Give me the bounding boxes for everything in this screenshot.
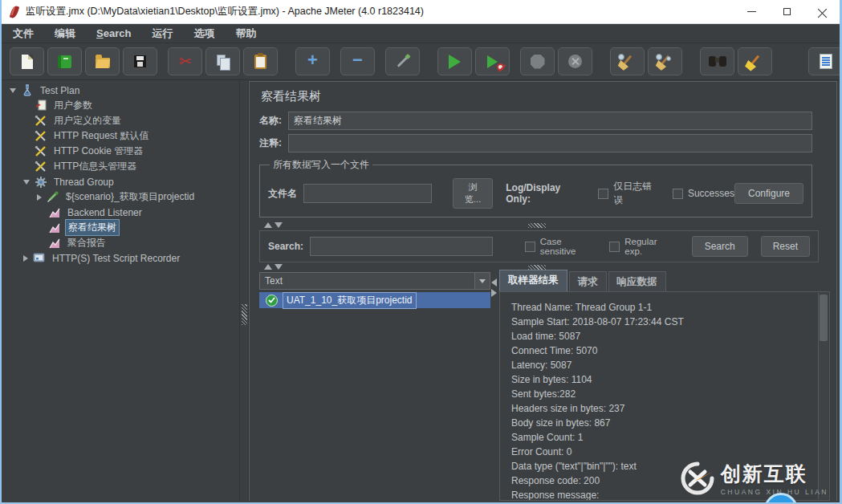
- tree-item-http-header-manager[interactable]: HTTP信息头管理器: [3, 159, 239, 174]
- tree-main-splitter[interactable]: [239, 81, 249, 501]
- case-sensitive-checkbox-wrap: Case sensitive: [525, 237, 597, 256]
- regular-exp-checkbox[interactable]: [609, 242, 620, 252]
- errors-only-label: 仅日志错误: [613, 180, 660, 207]
- search-reset-toolbar-button[interactable]: [738, 47, 772, 75]
- name-row: 名称:: [259, 112, 830, 130]
- result-item[interactable]: UAT_1_10_获取项目projectid: [259, 292, 490, 308]
- collapse-up-icon[interactable]: [264, 222, 272, 228]
- cut-scissors-icon: ✂: [179, 54, 192, 69]
- successes-checkbox[interactable]: [673, 189, 683, 199]
- collapse-up-icon[interactable]: [264, 264, 272, 270]
- templates-button[interactable]: [47, 47, 82, 75]
- menu-file[interactable]: 文件: [13, 26, 34, 41]
- reset-button[interactable]: Reset: [761, 236, 810, 257]
- expand-arrow-icon[interactable]: [23, 180, 30, 185]
- combo-dropdown-button[interactable]: [474, 273, 490, 289]
- menu-search[interactable]: Search: [96, 27, 131, 39]
- collapse-down-icon[interactable]: [275, 264, 283, 270]
- new-file-button[interactable]: [10, 47, 44, 75]
- tree-item-aggregate-report[interactable]: 聚合报告: [3, 235, 239, 250]
- collapse-right-icon[interactable]: [491, 289, 497, 297]
- detail-tabs: 取样器结果 请求 响应数据: [499, 272, 830, 291]
- result-line: Thread Name: Thread Group 1-1: [511, 300, 808, 315]
- collapse-down-icon[interactable]: [275, 222, 283, 228]
- function-helper-button[interactable]: [808, 47, 842, 75]
- results-detail-splitter[interactable]: [490, 272, 499, 501]
- clear-button[interactable]: [610, 47, 645, 75]
- open-file-button[interactable]: [85, 47, 120, 75]
- clear-all-gear-icon: [656, 54, 662, 60]
- regular-exp-label: Regular exp.: [624, 237, 673, 256]
- tree-item-view-results-tree[interactable]: 察看结果树: [3, 220, 239, 235]
- result-line: Headers size in bytes: 237: [511, 401, 808, 416]
- tree-item-test-script-recorder[interactable]: HTTP(S) Test Script Recorder: [3, 250, 239, 266]
- menu-bar: 文件 编辑 Search 运行 选项 帮助: [2, 24, 840, 43]
- add-button[interactable]: +: [295, 47, 330, 75]
- expand-arrow-icon[interactable]: [10, 88, 16, 93]
- tree-item-user-parameters[interactable]: 用户参数: [3, 98, 239, 113]
- result-item-label: UAT_1_10_获取项目projectid: [283, 292, 417, 309]
- splitter-grip-icon[interactable]: [242, 304, 247, 325]
- horizontal-splitter-2[interactable]: [259, 262, 819, 272]
- case-sensitive-checkbox[interactable]: [525, 242, 535, 252]
- shutdown-button[interactable]: [558, 47, 592, 75]
- tree-item-http-request-defaults[interactable]: HTTP Request 默认值: [3, 128, 239, 144]
- search-button[interactable]: Search: [692, 236, 748, 257]
- menu-help[interactable]: 帮助: [235, 26, 256, 41]
- menu-options[interactable]: 选项: [193, 26, 214, 41]
- tree-item-scenario-sampler[interactable]: ${scenario}_获取项目projectid: [3, 189, 239, 205]
- copy-button[interactable]: [205, 47, 240, 75]
- collapse-arrow-icon[interactable]: [23, 255, 28, 262]
- splitter-grip-icon[interactable]: [528, 223, 546, 228]
- tree-item-user-defined-variables[interactable]: 用户定义的变量: [3, 113, 239, 128]
- scrollbar-thumb[interactable]: [820, 295, 828, 341]
- maximize-button[interactable]: [769, 0, 804, 23]
- reset-broom-icon: [750, 55, 759, 65]
- name-label: 名称:: [259, 114, 282, 128]
- minus-icon: −: [352, 51, 363, 69]
- tab-response-data[interactable]: 响应数据: [608, 271, 666, 291]
- watermark-title: 创新互联: [721, 461, 828, 487]
- result-line: Load time: 5087: [511, 329, 808, 343]
- case-sensitive-label: Case sensitive: [540, 237, 597, 256]
- errors-only-checkbox[interactable]: [598, 189, 608, 199]
- start-no-pauses-button[interactable]: [475, 47, 510, 75]
- result-line: Latency: 5087: [511, 358, 808, 372]
- remove-button[interactable]: −: [340, 47, 375, 75]
- start-button[interactable]: [437, 47, 472, 75]
- tree-item-backend-listener[interactable]: Backend Listener: [3, 205, 239, 220]
- menu-edit[interactable]: 编辑: [55, 26, 75, 41]
- minimize-button[interactable]: [734, 0, 769, 23]
- watermark: 创新互联 CHUANG XIN HU LIAN: [681, 461, 828, 496]
- horizontal-splitter-1[interactable]: [259, 221, 819, 230]
- clear-all-button[interactable]: [648, 47, 682, 75]
- filename-input[interactable]: [303, 184, 432, 203]
- search-input[interactable]: [310, 237, 493, 256]
- search-panel: Search: Case sensitive Regular exp. Sear…: [259, 230, 819, 262]
- stop-button[interactable]: [520, 47, 555, 75]
- paste-button[interactable]: [243, 47, 278, 75]
- configure-button[interactable]: Configure: [734, 183, 803, 204]
- collapse-left-icon[interactable]: [491, 278, 497, 287]
- tree-item-test-plan[interactable]: Test Plan: [3, 83, 239, 98]
- splitter-grip-icon[interactable]: [528, 265, 546, 270]
- comment-input[interactable]: [288, 134, 812, 152]
- view-mode-combobox[interactable]: Text: [259, 272, 490, 290]
- save-button[interactable]: [123, 47, 157, 75]
- result-line: Sample Start: 2018-08-07 17:23:44 CST: [511, 315, 808, 329]
- collapse-arrow-icon[interactable]: [37, 194, 42, 201]
- cut-button[interactable]: ✂: [168, 47, 202, 75]
- name-input[interactable]: [288, 112, 812, 130]
- templates-icon: [58, 55, 71, 68]
- toggle-pencil-icon: [397, 55, 409, 67]
- menu-run[interactable]: 运行: [152, 26, 173, 41]
- successes-checkbox-wrap: Successes: [673, 188, 734, 199]
- toggle-button[interactable]: [385, 47, 420, 75]
- tab-request[interactable]: 请求: [569, 271, 607, 291]
- search-toolbar-button[interactable]: [700, 47, 734, 75]
- tab-sampler-result[interactable]: 取样器结果: [499, 270, 567, 291]
- close-button[interactable]: [804, 0, 840, 23]
- tree-item-thread-group[interactable]: Thread Group: [3, 174, 239, 189]
- browse-button[interactable]: 浏览...: [453, 178, 493, 209]
- tree-item-http-cookie-manager[interactable]: HTTP Cookie 管理器: [3, 144, 239, 159]
